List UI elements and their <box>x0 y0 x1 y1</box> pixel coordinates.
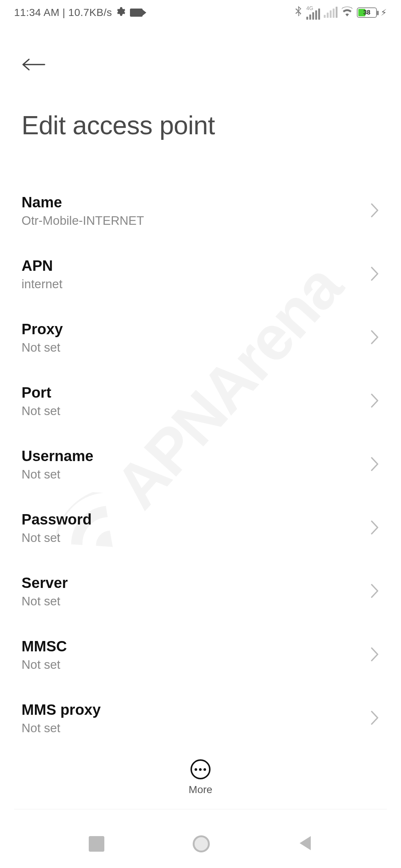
setting-value: Otr-Mobile-INTERNET <box>22 214 144 228</box>
nav-home-button[interactable] <box>193 835 210 852</box>
setting-label: Port <box>22 384 61 401</box>
signal-sim2-icon <box>324 7 338 18</box>
setting-row-name[interactable]: Name Otr-Mobile-INTERNET <box>22 181 379 244</box>
setting-value: internet <box>22 277 62 291</box>
android-nav-bar <box>0 820 401 868</box>
setting-label: Proxy <box>22 321 63 338</box>
status-time: 11:34 AM <box>14 7 59 19</box>
back-button[interactable] <box>22 57 48 72</box>
setting-label: Username <box>22 448 93 464</box>
setting-label: Password <box>22 511 92 528</box>
charging-icon: ⚡︎ <box>381 7 387 18</box>
setting-row-proxy[interactable]: Proxy Not set <box>22 308 379 371</box>
settings-list: Name Otr-Mobile-INTERNET APN internet Pr… <box>0 140 401 752</box>
setting-value: Not set <box>22 467 93 481</box>
setting-value: Not set <box>22 531 92 545</box>
setting-label: APN <box>22 257 62 274</box>
page-title: Edit access point <box>22 111 379 140</box>
setting-label: Server <box>22 575 68 591</box>
setting-row-mms-proxy[interactable]: MMS proxy Not set <box>22 688 379 752</box>
nav-recent-button[interactable] <box>89 836 104 852</box>
chevron-right-icon <box>370 647 379 663</box>
setting-value: Not set <box>22 594 68 608</box>
chevron-right-icon <box>370 393 379 410</box>
bluetooth-icon <box>294 6 303 20</box>
setting-label: Name <box>22 194 144 211</box>
status-bar: 11:34 AM | 10.7KB/s 4G 38 ⚡︎ <box>0 0 401 25</box>
chevron-right-icon <box>370 520 379 536</box>
setting-label: MMS proxy <box>22 701 101 718</box>
chevron-right-icon <box>370 266 379 283</box>
setting-row-password[interactable]: Password Not set <box>22 498 379 562</box>
wifi-icon <box>341 6 353 19</box>
battery-icon: 38 <box>357 7 377 18</box>
setting-row-apn[interactable]: APN internet <box>22 244 379 308</box>
more-icon <box>190 759 211 779</box>
chevron-right-icon <box>370 457 379 473</box>
setting-value: Not set <box>22 658 67 672</box>
nav-back-button[interactable] <box>298 835 312 852</box>
chevron-right-icon <box>370 330 379 346</box>
setting-row-mmsc[interactable]: MMSC Not set <box>22 625 379 688</box>
chevron-right-icon <box>370 583 379 600</box>
gear-icon <box>115 6 125 19</box>
setting-row-port[interactable]: Port Not set <box>22 371 379 435</box>
chevron-right-icon <box>370 203 379 219</box>
setting-row-username[interactable]: Username Not set <box>22 435 379 498</box>
status-net-speed: 10.7KB/s <box>68 7 112 19</box>
setting-row-server[interactable]: Server Not set <box>22 562 379 625</box>
signal-sim1-icon: 4G <box>306 6 320 20</box>
setting-value: Not set <box>22 721 101 735</box>
chevron-right-icon <box>370 710 379 727</box>
setting-value: Not set <box>22 341 63 355</box>
more-button[interactable]: More <box>189 756 212 807</box>
video-icon <box>130 9 143 17</box>
setting-value: Not set <box>22 404 61 418</box>
more-label: More <box>189 784 212 796</box>
setting-label: MMSC <box>22 638 67 655</box>
